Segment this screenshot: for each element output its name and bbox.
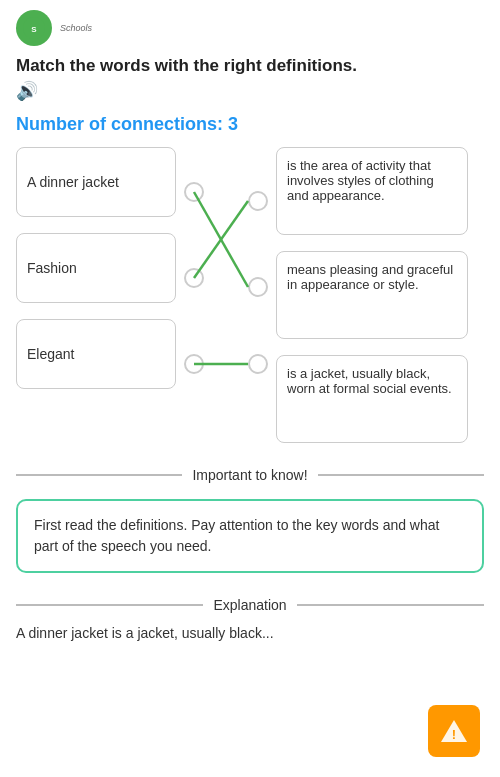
explanation-text: A dinner jacket is a jacket, usually bla… bbox=[16, 625, 274, 641]
left-column: A dinner jacket Fashion Elegant bbox=[16, 147, 176, 389]
explanation-content: A dinner jacket is a jacket, usually bla… bbox=[0, 617, 500, 649]
left-item-1[interactable]: Fashion bbox=[16, 233, 176, 303]
connections-number: 3 bbox=[228, 114, 238, 134]
warning-icon: ! bbox=[440, 717, 468, 745]
svg-text:S: S bbox=[31, 25, 37, 34]
important-label: Important to know! bbox=[192, 467, 307, 483]
instructions-section: Match the words with the right definitio… bbox=[0, 50, 500, 106]
important-row: Important to know! bbox=[0, 451, 500, 491]
left-item-label-0: A dinner jacket bbox=[27, 174, 119, 190]
audio-row[interactable]: 🔊 bbox=[16, 80, 484, 102]
explanation-line-left bbox=[16, 604, 203, 606]
tip-box: First read the definitions. Pay attentio… bbox=[16, 499, 484, 573]
connections-count: Number of connections: 3 bbox=[0, 106, 500, 139]
right-item-label-2: is a jacket, usually black, worn at form… bbox=[287, 366, 452, 396]
tip-text: First read the definitions. Pay attentio… bbox=[34, 517, 439, 554]
connection-lines bbox=[176, 147, 276, 389]
right-item-label-1: means pleasing and graceful in appearanc… bbox=[287, 262, 453, 292]
explanation-row: Explanation bbox=[0, 581, 500, 617]
connectors-column bbox=[176, 147, 276, 389]
important-line-right bbox=[318, 474, 484, 476]
left-item-0[interactable]: A dinner jacket bbox=[16, 147, 176, 217]
left-item-label-2: Elegant bbox=[27, 346, 74, 362]
explanation-label: Explanation bbox=[213, 597, 286, 613]
connections-label: Number of connections: bbox=[16, 114, 223, 134]
left-item-label-1: Fashion bbox=[27, 260, 77, 276]
right-item-label-0: is the area of activity that involves st… bbox=[287, 158, 434, 203]
logo-icon: S bbox=[23, 17, 45, 39]
right-item-1[interactable]: means pleasing and graceful in appearanc… bbox=[276, 251, 468, 339]
audio-icon[interactable]: 🔊 bbox=[16, 81, 38, 101]
header: S Schools bbox=[0, 0, 500, 50]
left-item-2[interactable]: Elegant bbox=[16, 319, 176, 389]
logo: S bbox=[16, 10, 52, 46]
instructions-title: Match the words with the right definitio… bbox=[16, 56, 484, 76]
warning-button[interactable]: ! bbox=[428, 705, 480, 757]
right-column: is the area of activity that involves st… bbox=[276, 147, 468, 443]
important-line-left bbox=[16, 474, 182, 476]
right-item-0[interactable]: is the area of activity that involves st… bbox=[276, 147, 468, 235]
svg-line-3 bbox=[194, 201, 248, 278]
explanation-line-right bbox=[297, 604, 484, 606]
important-text: Important to know! bbox=[192, 467, 307, 483]
logo-text: Schools bbox=[60, 23, 92, 33]
svg-text:!: ! bbox=[452, 727, 456, 742]
matching-area: A dinner jacket Fashion Elegant is bbox=[0, 139, 500, 451]
right-item-2[interactable]: is a jacket, usually black, worn at form… bbox=[276, 355, 468, 443]
